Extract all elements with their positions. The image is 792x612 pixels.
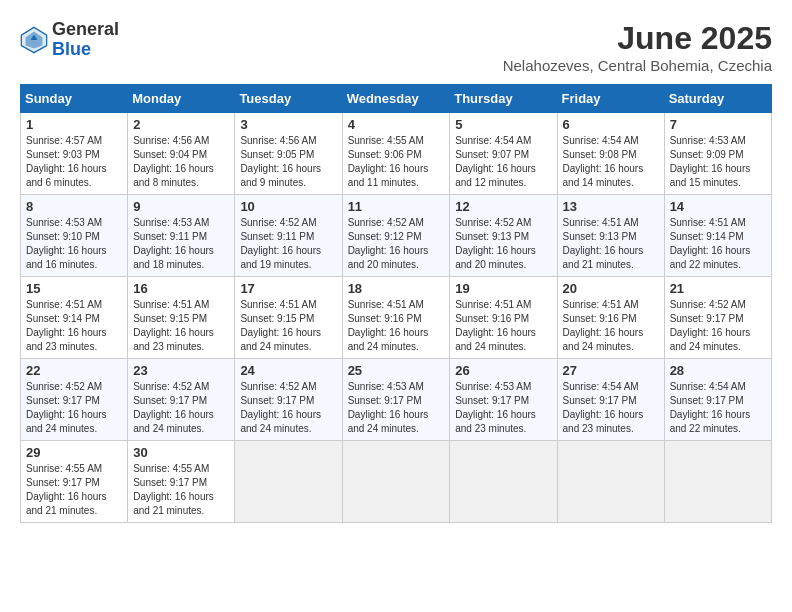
header-saturday: Saturday [664,85,771,113]
calendar-day-23: 23Sunrise: 4:52 AM Sunset: 9:17 PM Dayli… [128,359,235,441]
day-info: Sunrise: 4:52 AM Sunset: 9:17 PM Dayligh… [26,380,122,436]
calendar-day-2: 2Sunrise: 4:56 AM Sunset: 9:04 PM Daylig… [128,113,235,195]
calendar-day-11: 11Sunrise: 4:52 AM Sunset: 9:12 PM Dayli… [342,195,450,277]
empty-cell [450,441,557,523]
day-info: Sunrise: 4:52 AM Sunset: 9:17 PM Dayligh… [133,380,229,436]
calendar-day-13: 13Sunrise: 4:51 AM Sunset: 9:13 PM Dayli… [557,195,664,277]
calendar-header-row: Sunday Monday Tuesday Wednesday Thursday… [21,85,772,113]
day-info: Sunrise: 4:52 AM Sunset: 9:13 PM Dayligh… [455,216,551,272]
calendar-day-19: 19Sunrise: 4:51 AM Sunset: 9:16 PM Dayli… [450,277,557,359]
day-number: 28 [670,363,766,378]
empty-cell [557,441,664,523]
day-info: Sunrise: 4:51 AM Sunset: 9:15 PM Dayligh… [240,298,336,354]
logo-blue-text: Blue [52,40,119,60]
calendar-day-7: 7Sunrise: 4:53 AM Sunset: 9:09 PM Daylig… [664,113,771,195]
logo: General Blue [20,20,119,60]
day-number: 5 [455,117,551,132]
day-info: Sunrise: 4:52 AM Sunset: 9:17 PM Dayligh… [240,380,336,436]
calendar-day-28: 28Sunrise: 4:54 AM Sunset: 9:17 PM Dayli… [664,359,771,441]
day-number: 20 [563,281,659,296]
title-block: June 2025 Nelahozeves, Central Bohemia, … [503,20,772,74]
day-number: 16 [133,281,229,296]
day-info: Sunrise: 4:53 AM Sunset: 9:17 PM Dayligh… [455,380,551,436]
header-thursday: Thursday [450,85,557,113]
calendar-day-26: 26Sunrise: 4:53 AM Sunset: 9:17 PM Dayli… [450,359,557,441]
calendar-day-22: 22Sunrise: 4:52 AM Sunset: 9:17 PM Dayli… [21,359,128,441]
calendar-week-2: 8Sunrise: 4:53 AM Sunset: 9:10 PM Daylig… [21,195,772,277]
day-number: 27 [563,363,659,378]
calendar-week-5: 29Sunrise: 4:55 AM Sunset: 9:17 PM Dayli… [21,441,772,523]
calendar-day-12: 12Sunrise: 4:52 AM Sunset: 9:13 PM Dayli… [450,195,557,277]
calendar-day-16: 16Sunrise: 4:51 AM Sunset: 9:15 PM Dayli… [128,277,235,359]
logo-general-text: General [52,20,119,40]
day-number: 23 [133,363,229,378]
day-number: 7 [670,117,766,132]
empty-cell [664,441,771,523]
location-text: Nelahozeves, Central Bohemia, Czechia [503,57,772,74]
calendar-week-1: 1Sunrise: 4:57 AM Sunset: 9:03 PM Daylig… [21,113,772,195]
calendar-day-6: 6Sunrise: 4:54 AM Sunset: 9:08 PM Daylig… [557,113,664,195]
calendar-day-25: 25Sunrise: 4:53 AM Sunset: 9:17 PM Dayli… [342,359,450,441]
day-number: 8 [26,199,122,214]
day-number: 14 [670,199,766,214]
day-number: 17 [240,281,336,296]
calendar-table: Sunday Monday Tuesday Wednesday Thursday… [20,84,772,523]
calendar-day-4: 4Sunrise: 4:55 AM Sunset: 9:06 PM Daylig… [342,113,450,195]
day-info: Sunrise: 4:55 AM Sunset: 9:17 PM Dayligh… [133,462,229,518]
page-header: General Blue June 2025 Nelahozeves, Cent… [20,20,772,74]
calendar-day-18: 18Sunrise: 4:51 AM Sunset: 9:16 PM Dayli… [342,277,450,359]
calendar-day-24: 24Sunrise: 4:52 AM Sunset: 9:17 PM Dayli… [235,359,342,441]
calendar-day-27: 27Sunrise: 4:54 AM Sunset: 9:17 PM Dayli… [557,359,664,441]
day-info: Sunrise: 4:55 AM Sunset: 9:17 PM Dayligh… [26,462,122,518]
day-info: Sunrise: 4:55 AM Sunset: 9:06 PM Dayligh… [348,134,445,190]
day-number: 24 [240,363,336,378]
day-number: 3 [240,117,336,132]
day-number: 4 [348,117,445,132]
month-title: June 2025 [503,20,772,57]
day-number: 19 [455,281,551,296]
logo-icon [20,26,48,54]
day-info: Sunrise: 4:52 AM Sunset: 9:17 PM Dayligh… [670,298,766,354]
day-info: Sunrise: 4:51 AM Sunset: 9:14 PM Dayligh… [26,298,122,354]
day-number: 9 [133,199,229,214]
calendar-day-17: 17Sunrise: 4:51 AM Sunset: 9:15 PM Dayli… [235,277,342,359]
day-info: Sunrise: 4:54 AM Sunset: 9:17 PM Dayligh… [563,380,659,436]
logo-text: General Blue [52,20,119,60]
calendar-day-1: 1Sunrise: 4:57 AM Sunset: 9:03 PM Daylig… [21,113,128,195]
day-number: 22 [26,363,122,378]
empty-cell [342,441,450,523]
day-info: Sunrise: 4:53 AM Sunset: 9:11 PM Dayligh… [133,216,229,272]
day-number: 15 [26,281,122,296]
day-number: 10 [240,199,336,214]
calendar-day-14: 14Sunrise: 4:51 AM Sunset: 9:14 PM Dayli… [664,195,771,277]
day-number: 18 [348,281,445,296]
day-info: Sunrise: 4:51 AM Sunset: 9:14 PM Dayligh… [670,216,766,272]
header-sunday: Sunday [21,85,128,113]
empty-cell [235,441,342,523]
day-info: Sunrise: 4:53 AM Sunset: 9:10 PM Dayligh… [26,216,122,272]
calendar-day-20: 20Sunrise: 4:51 AM Sunset: 9:16 PM Dayli… [557,277,664,359]
calendar-day-10: 10Sunrise: 4:52 AM Sunset: 9:11 PM Dayli… [235,195,342,277]
day-info: Sunrise: 4:52 AM Sunset: 9:11 PM Dayligh… [240,216,336,272]
day-info: Sunrise: 4:51 AM Sunset: 9:13 PM Dayligh… [563,216,659,272]
calendar-day-29: 29Sunrise: 4:55 AM Sunset: 9:17 PM Dayli… [21,441,128,523]
day-info: Sunrise: 4:51 AM Sunset: 9:16 PM Dayligh… [563,298,659,354]
calendar-day-9: 9Sunrise: 4:53 AM Sunset: 9:11 PM Daylig… [128,195,235,277]
day-info: Sunrise: 4:51 AM Sunset: 9:16 PM Dayligh… [348,298,445,354]
header-friday: Friday [557,85,664,113]
day-number: 30 [133,445,229,460]
day-number: 25 [348,363,445,378]
day-number: 26 [455,363,551,378]
day-number: 1 [26,117,122,132]
calendar-day-30: 30Sunrise: 4:55 AM Sunset: 9:17 PM Dayli… [128,441,235,523]
day-info: Sunrise: 4:57 AM Sunset: 9:03 PM Dayligh… [26,134,122,190]
day-info: Sunrise: 4:53 AM Sunset: 9:17 PM Dayligh… [348,380,445,436]
day-info: Sunrise: 4:54 AM Sunset: 9:17 PM Dayligh… [670,380,766,436]
day-number: 12 [455,199,551,214]
day-number: 29 [26,445,122,460]
calendar-day-3: 3Sunrise: 4:56 AM Sunset: 9:05 PM Daylig… [235,113,342,195]
day-number: 13 [563,199,659,214]
calendar-week-3: 15Sunrise: 4:51 AM Sunset: 9:14 PM Dayli… [21,277,772,359]
day-info: Sunrise: 4:51 AM Sunset: 9:16 PM Dayligh… [455,298,551,354]
day-info: Sunrise: 4:54 AM Sunset: 9:08 PM Dayligh… [563,134,659,190]
